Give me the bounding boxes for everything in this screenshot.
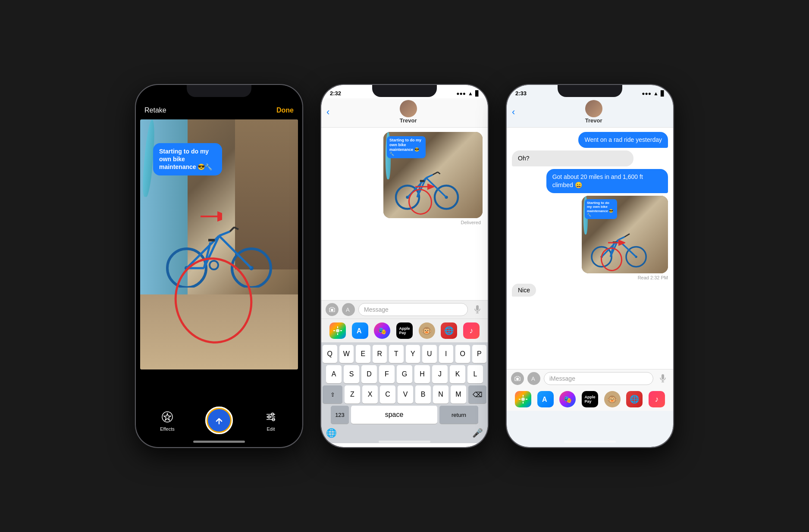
nav-bar-2: ‹ Trevor: [321, 98, 488, 128]
key-q[interactable]: Q: [323, 345, 337, 363]
key-h[interactable]: H: [414, 365, 430, 383]
message-input-2[interactable]: Message: [358, 303, 468, 316]
key-n[interactable]: N: [433, 385, 448, 404]
key-b[interactable]: B: [415, 385, 431, 404]
mic-button-3[interactable]: [657, 372, 669, 385]
key-t[interactable]: T: [389, 345, 404, 363]
animoji-app-3[interactable]: 🎭: [559, 391, 576, 407]
svg-line-32: [426, 175, 433, 178]
msg-bubble-5: Nice: [512, 284, 536, 297]
photo-caption-2: Starting to do my own bike maintenance 😎…: [387, 136, 426, 158]
svg-line-8: [219, 232, 230, 236]
key-f[interactable]: F: [379, 365, 395, 383]
key-o[interactable]: O: [455, 345, 470, 363]
key-g[interactable]: G: [397, 365, 412, 383]
home-bar-3[interactable]: [564, 441, 616, 443]
svg-line-34: [438, 172, 440, 174]
key-x[interactable]: X: [362, 385, 378, 404]
message-input-3[interactable]: iMessage: [544, 372, 653, 385]
key-w[interactable]: W: [339, 345, 354, 363]
key-l[interactable]: L: [467, 365, 483, 383]
music-app-3[interactable]: ♪: [649, 391, 665, 407]
key-shift[interactable]: ⇧: [323, 385, 342, 404]
photo-preview: Starting to do my own bike maintenance 😎…: [140, 119, 298, 369]
key-k[interactable]: K: [450, 365, 465, 383]
photo-message-2[interactable]: Starting to do my own bike maintenance 😎…: [383, 132, 483, 218]
input-bar-3: A iMessage: [507, 369, 673, 388]
svg-text:A: A: [357, 327, 362, 335]
mic-button-2[interactable]: [471, 304, 483, 316]
retake-button[interactable]: Retake: [144, 106, 166, 114]
msg-5: Nice: [512, 284, 668, 297]
signal-icon: ●●●: [456, 91, 466, 97]
memoji-app-3[interactable]: 🐵: [604, 391, 621, 407]
phone1-toolbar: Effects: [136, 407, 302, 434]
world-app-2[interactable]: 🌐: [441, 322, 457, 339]
world-app-3[interactable]: 🌐: [626, 391, 643, 407]
photo-message-3[interactable]: Starting to do my own bike maintenance 😎…: [582, 196, 668, 273]
appstore-app-2[interactable]: A: [352, 322, 368, 339]
back-button-3[interactable]: ‹: [512, 106, 515, 118]
svg-line-33: [433, 172, 438, 175]
home-bar-1[interactable]: [193, 441, 245, 443]
effects-icon: [160, 409, 175, 425]
key-p[interactable]: P: [472, 345, 487, 363]
applepay-app-3[interactable]: ApplePay: [582, 391, 598, 407]
key-c[interactable]: C: [380, 385, 395, 404]
camera-button-3[interactable]: [511, 372, 524, 385]
memoji-app-2[interactable]: 🐵: [419, 322, 435, 339]
msg-3: Got about 20 miles in and 1,600 ft climb…: [512, 169, 668, 193]
key-r[interactable]: R: [373, 345, 387, 363]
back-button-2[interactable]: ‹: [326, 106, 329, 118]
edit-button[interactable]: Edit: [263, 409, 279, 432]
key-d[interactable]: D: [361, 365, 377, 383]
key-z[interactable]: Z: [345, 385, 360, 404]
apps-icon-3: A: [530, 375, 537, 382]
camera-button-2[interactable]: [326, 303, 339, 316]
globe-icon[interactable]: 🌐: [326, 428, 337, 438]
apps-button-2[interactable]: A: [342, 303, 355, 316]
edit-icon: [263, 409, 279, 425]
keyboard-2[interactable]: Q W E R T Y U I O P A S D F G H J K L: [321, 342, 488, 443]
app-bar-3: A 🎭 ApplePay 🐵 🌐 ♪: [507, 388, 673, 411]
msg-4-photo[interactable]: Starting to do my own bike maintenance 😎…: [512, 196, 668, 273]
key-j[interactable]: J: [432, 365, 448, 383]
apps-button-3[interactable]: A: [527, 372, 540, 385]
home-bar-2[interactable]: [379, 441, 430, 443]
effects-button[interactable]: Effects: [160, 409, 175, 432]
send-btn-ring: [205, 407, 233, 434]
animoji-app-2[interactable]: 🎭: [374, 322, 390, 339]
svg-text:A: A: [346, 307, 350, 313]
key-s[interactable]: S: [344, 365, 359, 383]
key-u[interactable]: U: [422, 345, 437, 363]
nav-bar-3: ‹ Trevor: [507, 98, 673, 128]
mic-icon-kb[interactable]: 🎤: [472, 428, 483, 438]
key-numbers[interactable]: 123: [331, 406, 349, 424]
msg-bubble-1: Went on a rad ride yesterday: [578, 132, 668, 148]
status-bar-2: 2:32 ●●● ▲ ▊: [321, 85, 488, 98]
contact-name-2[interactable]: Trevor: [400, 117, 417, 124]
appstore-app-3[interactable]: A: [537, 391, 554, 407]
done-button[interactable]: Done: [276, 106, 294, 114]
send-button[interactable]: [205, 407, 233, 434]
contact-name-3[interactable]: Trevor: [585, 117, 602, 124]
key-e[interactable]: E: [356, 345, 370, 363]
edit-label: Edit: [267, 426, 275, 432]
key-i[interactable]: I: [439, 345, 454, 363]
key-return[interactable]: return: [439, 406, 478, 424]
mic-icon-2: [473, 305, 481, 314]
key-delete[interactable]: ⌫: [468, 385, 486, 404]
music-app-2[interactable]: ♪: [463, 322, 480, 339]
key-space[interactable]: space: [351, 406, 437, 424]
svg-point-61: [516, 378, 519, 380]
key-v[interactable]: V: [398, 385, 413, 404]
applepay-app-2[interactable]: ApplePay: [396, 322, 413, 339]
nav-center-3: Trevor: [519, 100, 668, 124]
avatar-3: [585, 100, 602, 117]
key-a[interactable]: A: [326, 365, 342, 383]
key-m[interactable]: M: [451, 385, 466, 404]
phone-3: 2:33 ●●● ▲ ▊ ‹ Trevor Went on a rad ride…: [506, 84, 674, 448]
photos-app-2[interactable]: [329, 322, 346, 339]
photos-app-3[interactable]: [515, 391, 531, 407]
key-y[interactable]: Y: [406, 345, 420, 363]
